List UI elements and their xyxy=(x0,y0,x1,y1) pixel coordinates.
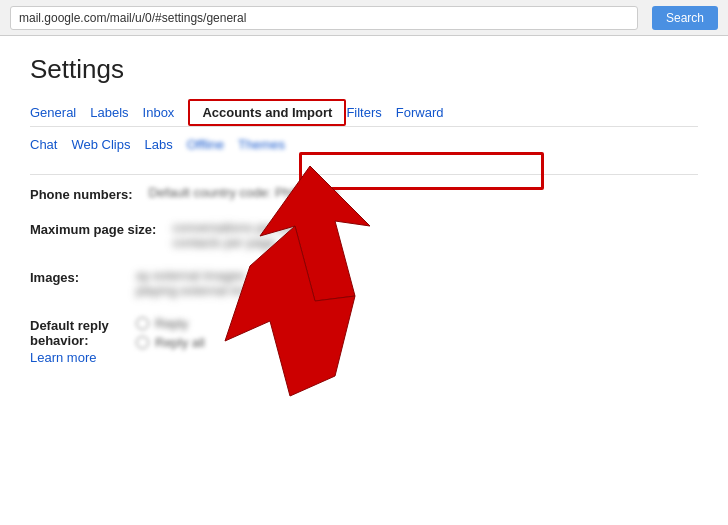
learn-more-link[interactable]: Learn more xyxy=(257,268,323,283)
search-button[interactable]: Search xyxy=(652,6,718,30)
reply-label: Default replybehavior: xyxy=(30,316,120,348)
reply-radio[interactable] xyxy=(136,317,149,330)
tab-accounts-and-import[interactable]: Accounts and Import xyxy=(188,99,346,126)
browser-bar: mail.google.com/mail/u/0/#settings/gener… xyxy=(0,0,728,36)
setting-row-images: Images: ay external images - Learn more … xyxy=(30,268,698,298)
tab-web-clips[interactable]: Web Clips xyxy=(71,131,144,158)
tab-chat[interactable]: Chat xyxy=(30,131,71,158)
tab-offline[interactable]: Offline xyxy=(187,131,238,158)
setting-row-pagesize: Maximum page size: conversations per pag… xyxy=(30,220,698,250)
settings-body: Phone numbers: Default country code: Phi… xyxy=(0,175,728,393)
highlight-box xyxy=(299,152,544,190)
tab-inbox[interactable]: Inbox xyxy=(143,99,189,126)
tab-themes[interactable]: Themes xyxy=(238,131,299,158)
setting-row-reply: Default replybehavior: Learn more Reply … xyxy=(30,316,698,365)
reply-value: Reply Reply all xyxy=(136,316,698,350)
tab-labs[interactable]: Labs xyxy=(144,131,186,158)
images-label: Images: xyxy=(30,268,120,285)
tab-labels[interactable]: Labels xyxy=(90,99,142,126)
address-text: mail.google.com/mail/u/0/#settings/gener… xyxy=(19,11,629,25)
tabs-row1: General Labels Inbox Accounts and Import… xyxy=(30,99,698,127)
reply-all-radio[interactable] xyxy=(136,336,149,349)
images-value: ay external images - Learn more playing … xyxy=(136,268,698,298)
pagesize-value: conversations per page contacts per page xyxy=(172,220,698,250)
tab-forward[interactable]: Forward xyxy=(396,99,458,126)
reply-learn-more-link[interactable]: Learn more xyxy=(30,350,120,365)
tab-filters[interactable]: Filters xyxy=(346,99,395,126)
address-bar[interactable]: mail.google.com/mail/u/0/#settings/gener… xyxy=(10,6,638,30)
page-content: Settings General Labels Inbox Accounts a… xyxy=(0,36,728,525)
tab-general[interactable]: General xyxy=(30,99,90,126)
phone-label: Phone numbers: xyxy=(30,185,133,202)
settings-title: Settings xyxy=(30,54,698,85)
pagesize-label: Maximum page size: xyxy=(30,220,156,237)
